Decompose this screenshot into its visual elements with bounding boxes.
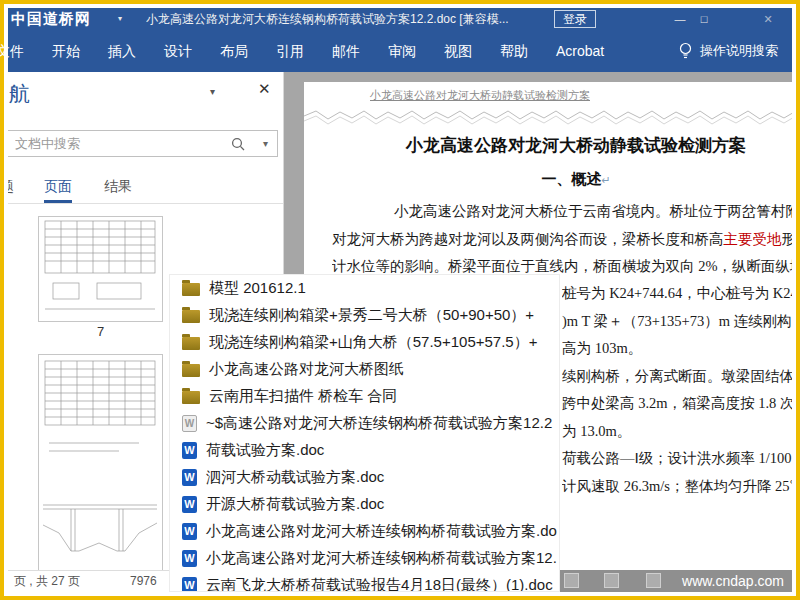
search-dropdown-icon[interactable]: ▾ (263, 138, 268, 149)
paragraph-mark-icon: ↵ (601, 174, 610, 186)
file-name: 小龙高速公路对龙河大桥连续钢构桥荷载试验方案.do (206, 522, 557, 541)
document-main-title: 小龙高速公路对龙河大桥动静载试验检测方案 (304, 134, 792, 157)
file-list-item[interactable]: 小龙高速公路对龙河大桥图纸 (170, 356, 559, 383)
doc-fragment-line: 荷载公路—Ⅰ级；设计洪水频率 1/100；水平向地 (562, 445, 792, 473)
document-title: 小龙高速公路对龙河大桥连续钢构桥荷载试验方案12.2.doc [兼容模... (146, 8, 509, 30)
title-bar: 中国道桥网 ▾ 小龙高速公路对龙河大桥连续钢构桥荷载试验方案12.2.doc [… (8, 8, 792, 30)
doc-fragment-line: 为 13.0m。 (562, 418, 792, 446)
folder-icon (182, 337, 200, 350)
file-list: 模型 201612.1现浇连续刚构箱梁+景秀二号大桥（50+90+50）+现浇连… (169, 274, 560, 592)
read-mode-icon[interactable] (564, 573, 579, 588)
folder-icon (182, 391, 200, 404)
doc-fragment-line: 计风速取 26.3m/s；整体均匀升降 25℃，梯温 (562, 473, 792, 501)
file-list-item[interactable]: W云南飞龙大桥桥荷载试验报告4月18日(最终）(1).doc (170, 572, 559, 592)
file-name: 现浇连续刚构箱梁+山角大桥（57.5+105+57.5）+ (209, 333, 537, 352)
file-name: 泗河大桥动载试验方案.doc (206, 468, 384, 487)
doc-text: 计水位等的影响。桥梁平面位于直线内，桥面横坡为双向 2%，纵断面纵坡 2.61 (332, 258, 792, 274)
page-thumbnail-8[interactable] (38, 354, 163, 592)
file-list-item[interactable]: 现浇连续刚构箱梁+山角大桥（57.5+105+57.5）+ (170, 329, 559, 356)
page-count-status: 页 , 共 27 页 (14, 571, 80, 592)
ribbon-tab-视图[interactable]: 视图 (430, 30, 486, 72)
ribbon-tab-引用[interactable]: 引用 (262, 30, 318, 72)
doc-text: 小龙高速公路对龙河大桥位于云南省境内。桥址位于两岔箐村附近，跨越 (394, 203, 792, 219)
nav-tabs: 标题 页面 结果 (8, 170, 283, 204)
doc-text: 对龙河大桥为跨越对龙河以及两侧沟谷而设，梁桥长度和桥高 (332, 231, 724, 247)
ribbon-tabs: 文件开始插入设计布局引用邮件审阅视图帮助Acrobat (0, 30, 792, 72)
file-name: 现浇连续刚构箱梁+景秀二号大桥（50+90+50）+ (209, 306, 534, 325)
web-layout-icon[interactable] (646, 573, 661, 588)
ribbon-tab-帮助[interactable]: 帮助 (486, 30, 542, 72)
page-header-text: 小龙高速公路对龙河大桥动静载试验检测方案 (370, 88, 590, 103)
maximize-icon[interactable]: □ (696, 8, 712, 30)
doc-text: 主要受地 (724, 231, 782, 247)
minimize-icon[interactable]: — (672, 8, 688, 30)
word-doc-icon: W (182, 469, 197, 486)
file-name: 荷载试验方案.doc (206, 441, 324, 460)
word-count-status[interactable]: 7976 (130, 571, 157, 592)
folder-icon (182, 310, 200, 323)
doc-text: 形控制， (782, 231, 793, 247)
word-doc-icon: W (182, 550, 197, 567)
ribbon-tab-Acrobat[interactable]: Acrobat (542, 30, 618, 72)
file-list-item[interactable]: W泗河大桥动载试验方案.doc (170, 464, 559, 491)
doc-fragment-line: 高为 103m。 (562, 335, 792, 363)
ribbon-tab-邮件[interactable]: 邮件 (318, 30, 374, 72)
app-frame: 中国道桥网 ▾ 小龙高速公路对龙河大桥连续钢构桥荷载试验方案12.2.doc [… (0, 0, 800, 600)
folder-icon (182, 283, 200, 296)
file-name: 云南飞龙大桥桥荷载试验报告4月18日(最终）(1).doc (206, 576, 553, 592)
page-number-label: 7 (38, 324, 163, 339)
tell-me-label: 操作说明搜索 (700, 42, 778, 60)
file-name: 云南用车扫描件 桥检车 合同 (209, 387, 397, 406)
thumbnail-table-sketch (39, 217, 162, 321)
doc-fragment-line: )m T 梁＋（73+135+73）m 连续刚构＋（3×40 (562, 308, 792, 336)
nav-tab-headings[interactable]: 标题 (8, 170, 14, 203)
print-layout-icon[interactable] (604, 573, 619, 588)
lightbulb-icon (678, 42, 693, 60)
search-input[interactable] (13, 133, 193, 154)
status-bar-view-area: www.cndap.com (560, 570, 792, 592)
nav-search-box: ▾ (8, 130, 278, 157)
doc-paragraph: 小龙高速公路对龙河大桥位于云南省境内。桥址位于两岔箐村附近，跨越对龙河大桥为跨越… (332, 198, 792, 281)
search-icon[interactable] (231, 137, 245, 151)
file-name: 小龙高速公路对龙河大桥图纸 (209, 360, 404, 379)
nav-options-dropdown-icon[interactable]: ▾ (210, 86, 215, 97)
file-list-item[interactable]: W开源大桥荷载试验方案.doc (170, 491, 559, 518)
file-list-item[interactable]: W小龙高速公路对龙河大桥连续钢构桥荷载试验方案.do (170, 518, 559, 545)
ribbon-tab-插入[interactable]: 插入 (94, 30, 150, 72)
word-doc-icon: W (182, 577, 197, 592)
doc-line: 对龙河大桥为跨越对龙河以及两侧沟谷而设，梁桥长度和桥高主要受地形控制， (332, 226, 792, 254)
file-list-item[interactable]: 模型 201612.1 (170, 275, 559, 302)
word-doc-icon: W (182, 496, 197, 513)
quick-access-dropdown-icon[interactable]: ▾ (118, 8, 122, 30)
file-list-item[interactable]: W小龙高速公路对龙河大桥连续钢构桥荷载试验方案12. (170, 545, 559, 572)
file-list-item[interactable]: 云南用车扫描件 桥检车 合同 (170, 383, 559, 410)
thumbnail-bridge-sketch (39, 355, 162, 592)
temp-doc-icon: W (182, 415, 197, 432)
hidden-whitespace-torn-edge[interactable] (304, 108, 792, 126)
doc-line: 小龙高速公路对龙河大桥位于云南省境内。桥址位于两岔箐村附近，跨越 (332, 198, 792, 226)
tell-me-search[interactable]: 操作说明搜索 (678, 30, 778, 72)
doc-fragment-line: 续刚构桥，分离式断面。墩梁固结体系，单箱单室 (562, 363, 792, 391)
file-list-item[interactable]: W~$高速公路对龙河大桥连续钢构桥荷载试验方案12.2 (170, 410, 559, 437)
ribbon-tab-文件[interactable]: 文件 (0, 30, 38, 72)
file-list-item[interactable]: 现浇连续刚构箱梁+景秀二号大桥（50+90+50）+ (170, 302, 559, 329)
close-icon[interactable]: ✕ (760, 8, 776, 30)
file-list-item[interactable]: W荷载试验方案.doc (170, 437, 559, 464)
file-name: 开源大桥荷载试验方案.doc (206, 495, 384, 514)
section-heading: 一、概述↵ (304, 170, 792, 189)
nav-tab-pages[interactable]: 页面 (44, 170, 72, 203)
doc-fragments: 桩号为 K24+744.64，中心桩号为 K24+420.0，K)m T 梁＋（… (562, 280, 792, 500)
ribbon-tab-审阅[interactable]: 审阅 (374, 30, 430, 72)
login-button[interactable]: 登录 (554, 10, 596, 28)
nav-tab-results[interactable]: 结果 (104, 170, 132, 203)
nav-close-icon[interactable]: ✕ (258, 80, 271, 98)
ribbon-tab-开始[interactable]: 开始 (38, 30, 94, 72)
ribbon-tab-布局[interactable]: 布局 (206, 30, 262, 72)
page-thumbnail-7[interactable] (38, 216, 163, 322)
word-doc-icon: W (182, 523, 197, 540)
doc-fragment-line: 跨中处梁高 3.2m，箱梁高度按 1.8 次抛物线变化 (562, 390, 792, 418)
file-name: 小龙高速公路对龙河大桥连续钢构桥荷载试验方案12. (206, 549, 557, 568)
ribbon-tab-设计[interactable]: 设计 (150, 30, 206, 72)
section-heading-text: 一、概述 (541, 171, 601, 187)
folder-icon (182, 364, 200, 377)
